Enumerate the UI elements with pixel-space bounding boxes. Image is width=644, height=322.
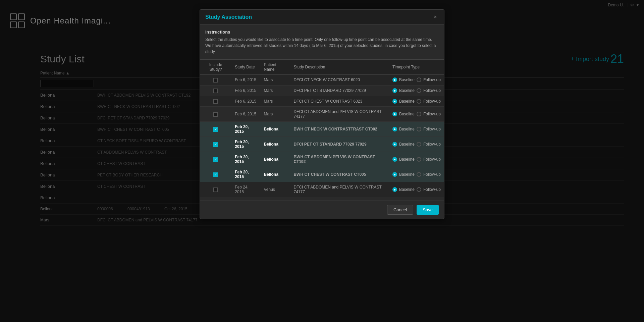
row-timepoint: Baseline Follow-up — [389, 96, 444, 107]
row-desc: DFCI CT CHEST W CONTRAST 6023 — [290, 96, 389, 107]
col-header-study-desc: Study Description — [290, 60, 389, 75]
table-row: Feb 20, 2015 Bellona BWH CT ABDOMEN PELV… — [200, 152, 444, 167]
row-checkbox-cell[interactable] — [200, 152, 231, 167]
baseline-radio[interactable] — [392, 157, 397, 162]
table-row: Feb 6, 2015 Mars DFCI CT ABDOMEN and PEL… — [200, 107, 444, 122]
row-date: Feb 20, 2015 — [231, 152, 260, 167]
row-checkbox[interactable] — [213, 89, 218, 93]
row-desc: BWH CT ABDOMEN PELVIS W CONTRAST CT192 — [290, 152, 389, 167]
followup-radio[interactable] — [417, 172, 421, 177]
followup-radio[interactable] — [417, 142, 421, 147]
instructions-line2: We have automatically retrieved all stud… — [205, 43, 439, 55]
table-row: Feb 20, 2015 Bellona BWH CT CHEST W CONT… — [200, 167, 444, 182]
followup-radio[interactable] — [417, 157, 421, 162]
col-header-patient-name: Patient Name — [260, 60, 290, 75]
study-table: Include Study? Study Date Patient Name S… — [200, 60, 444, 201]
table-row: Feb 24, 2015 Venus DFCI CT NECK W CONTRA… — [200, 197, 444, 201]
study-association-modal: Study Association × Instructions Select … — [200, 9, 444, 219]
instructions-line1: Select the studies you would like to ass… — [205, 37, 439, 43]
row-patient: Mars — [260, 85, 290, 96]
row-timepoint: Baseline Follow-up — [389, 197, 444, 201]
col-header-study-date: Study Date — [231, 60, 260, 75]
row-desc: DFCI CT ABDOMEN and PELVIS W CONTRAST 74… — [290, 182, 389, 197]
row-desc: DFCI CT ABDOMEN and PELVIS W CONTRAST 74… — [290, 107, 389, 122]
modal-header: Study Association × — [200, 10, 444, 25]
row-date: Feb 20, 2015 — [231, 122, 260, 137]
baseline-radio[interactable] — [392, 77, 397, 82]
row-desc: DFCI PET CT STANDARD 77029 77029 — [290, 85, 389, 96]
table-row: Feb 6, 2015 Mars DFCI CT CHEST W CONTRAS… — [200, 96, 444, 107]
followup-radio[interactable] — [417, 99, 421, 104]
row-checkbox-cell[interactable] — [200, 197, 231, 201]
save-button[interactable]: Save — [417, 205, 439, 215]
row-checkbox[interactable] — [213, 172, 218, 177]
modal-title: Study Association — [205, 14, 252, 20]
followup-radio[interactable] — [417, 88, 421, 93]
row-date: Feb 6, 2015 — [231, 96, 260, 107]
row-date: Feb 24, 2015 — [231, 197, 260, 201]
baseline-radio[interactable] — [392, 99, 397, 104]
row-patient: Mars — [260, 107, 290, 122]
row-patient: Bellona — [260, 167, 290, 182]
modal-close-button[interactable]: × — [432, 14, 439, 20]
row-date: Feb 6, 2015 — [231, 107, 260, 122]
row-checkbox-cell[interactable] — [200, 96, 231, 107]
study-table-container: Include Study? Study Date Patient Name S… — [200, 60, 444, 201]
table-row: Feb 20, 2015 Bellona DFCI PET CT STANDAR… — [200, 137, 444, 152]
row-desc: BWH CT CHEST W CONTRAST CT005 — [290, 167, 389, 182]
baseline-radio[interactable] — [392, 127, 397, 131]
row-date: Feb 6, 2015 — [231, 75, 260, 86]
row-timepoint: Baseline Follow-up — [389, 137, 444, 152]
row-desc: BWH CT NECK W CONTRASTTRAST CT002 — [290, 122, 389, 137]
modal-instructions: Instructions Select the studies you woul… — [200, 25, 444, 60]
row-desc: DFCI CT NECK W CONTRAST 6020 — [290, 75, 389, 86]
baseline-radio[interactable] — [392, 88, 397, 93]
baseline-radio[interactable] — [392, 142, 397, 147]
row-checkbox-cell[interactable] — [200, 137, 231, 152]
baseline-radio[interactable] — [392, 112, 397, 116]
row-patient: Mars — [260, 75, 290, 86]
row-timepoint: Baseline Follow-up — [389, 167, 444, 182]
followup-radio[interactable] — [417, 112, 421, 116]
row-patient: Bellona — [260, 122, 290, 137]
row-patient: Bellona — [260, 152, 290, 167]
row-patient: Venus — [260, 197, 290, 201]
baseline-radio[interactable] — [392, 172, 397, 177]
table-row: Feb 24, 2015 Venus DFCI CT ABDOMEN and P… — [200, 182, 444, 197]
row-checkbox-cell[interactable] — [200, 107, 231, 122]
row-checkbox[interactable] — [213, 187, 218, 192]
row-date: Feb 24, 2015 — [231, 182, 260, 197]
row-desc: DFCI PET CT STANDARD 77029 77029 — [290, 137, 389, 152]
col-header-include: Include Study? — [200, 60, 231, 75]
table-row: Feb 6, 2015 Mars DFCI CT NECK W CONTRAST… — [200, 75, 444, 86]
row-timepoint: Baseline Follow-up — [389, 182, 444, 197]
row-timepoint: Baseline Follow-up — [389, 75, 444, 86]
row-checkbox-cell[interactable] — [200, 85, 231, 96]
row-date: Feb 20, 2015 — [231, 167, 260, 182]
row-patient: Mars — [260, 96, 290, 107]
col-header-timepoint: Timepoint Type — [389, 60, 444, 75]
followup-radio[interactable] — [417, 127, 421, 131]
row-checkbox[interactable] — [213, 142, 218, 147]
row-checkbox-cell[interactable] — [200, 167, 231, 182]
row-checkbox-cell[interactable] — [200, 182, 231, 197]
row-checkbox[interactable] — [213, 112, 218, 117]
followup-radio[interactable] — [417, 187, 421, 192]
row-date: Feb 20, 2015 — [231, 137, 260, 152]
row-checkbox[interactable] — [213, 157, 218, 162]
row-checkbox[interactable] — [213, 127, 218, 132]
row-timepoint: Baseline Follow-up — [389, 85, 444, 96]
row-checkbox-cell[interactable] — [200, 122, 231, 137]
table-row: Feb 6, 2015 Mars DFCI PET CT STANDARD 77… — [200, 85, 444, 96]
row-patient: Bellona — [260, 137, 290, 152]
table-header-row: Include Study? Study Date Patient Name S… — [200, 60, 444, 75]
followup-radio[interactable] — [417, 77, 421, 82]
cancel-button[interactable]: Cancel — [387, 205, 413, 215]
row-checkbox-cell[interactable] — [200, 75, 231, 86]
baseline-radio[interactable] — [392, 187, 397, 192]
table-row: Feb 20, 2015 Bellona BWH CT NECK W CONTR… — [200, 122, 444, 137]
modal-footer: Cancel Save — [200, 201, 444, 219]
row-checkbox[interactable] — [213, 78, 218, 83]
row-checkbox[interactable] — [213, 99, 218, 104]
row-date: Feb 6, 2015 — [231, 85, 260, 96]
